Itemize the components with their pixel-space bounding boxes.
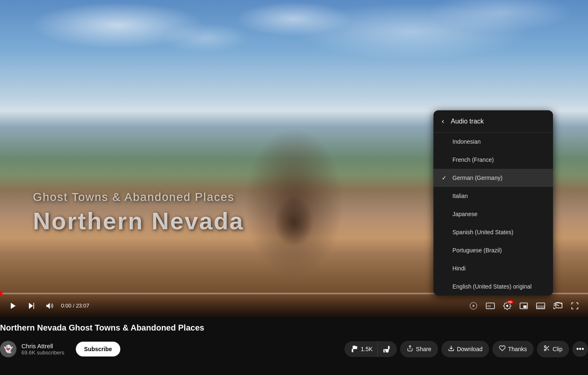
cast-button[interactable] xyxy=(551,300,565,312)
svg-rect-2 xyxy=(33,303,34,309)
time-display: 0:00 / 23:07 xyxy=(61,303,89,309)
volume-button[interactable] xyxy=(43,299,56,312)
audio-track-item-french[interactable]: French (France) xyxy=(433,151,553,169)
share-label: Share xyxy=(416,346,431,352)
svg-line-19 xyxy=(546,347,547,348)
check-icon: ✓ xyxy=(442,175,448,181)
next-button[interactable] xyxy=(25,299,38,312)
channel-name: Chris Attrell xyxy=(21,342,64,349)
svg-point-15 xyxy=(544,346,546,347)
clip-label: Clip xyxy=(553,346,562,352)
audio-track-item-indonesian[interactable]: Indonesian xyxy=(433,133,553,151)
dislike-button[interactable] xyxy=(378,341,397,357)
download-button[interactable]: Download xyxy=(441,341,489,357)
share-button[interactable]: Share xyxy=(400,341,438,357)
autoplay-button[interactable] xyxy=(467,299,480,312)
audio-track-item-japanese[interactable]: Japanese xyxy=(433,205,553,223)
thanks-icon xyxy=(499,345,506,353)
channel-row: 👻 Chris Attrell 69.6K subscribers Subscr… xyxy=(0,338,588,361)
svg-point-16 xyxy=(544,349,546,351)
audio-track-panel: ‹ Audio track IndonesianFrench (France)✓… xyxy=(433,110,553,296)
channel-left: 👻 Chris Attrell 69.6K subscribers Subscr… xyxy=(0,341,120,357)
theater-button[interactable] xyxy=(534,300,548,312)
page-container: Ghost Towns & Abandoned Places Northern … xyxy=(0,0,588,364)
page-title: Northern Nevada Ghost Towns & Abandoned … xyxy=(0,322,588,333)
fullscreen-button[interactable] xyxy=(568,299,581,312)
svg-marker-0 xyxy=(11,303,16,309)
more-icon: ••• xyxy=(576,345,584,354)
video-player[interactable]: Ghost Towns & Abandoned Places Northern … xyxy=(0,0,588,317)
channel-info: Chris Attrell 69.6K subscribers xyxy=(21,342,64,356)
svg-rect-9 xyxy=(523,305,527,308)
audio-track-label: English (United States) original xyxy=(452,283,532,290)
settings-button[interactable]: HD xyxy=(501,299,514,312)
like-button[interactable]: 1.5K xyxy=(344,341,378,357)
svg-text:CC: CC xyxy=(487,305,491,307)
action-buttons: 1.5K xyxy=(344,341,588,357)
subtitles-button[interactable]: CC xyxy=(483,300,497,312)
avatar[interactable]: 👻 xyxy=(0,341,16,357)
thanks-label: Thanks xyxy=(508,346,527,352)
audio-track-label: German (Germany) xyxy=(452,175,502,181)
audio-track-label: Spanish (United States) xyxy=(452,229,513,235)
share-icon xyxy=(407,345,413,353)
audio-track-label: Indonesian xyxy=(452,138,481,145)
like-count: 1.5K xyxy=(361,346,373,352)
audio-track-item-portuguese_br[interactable]: Portuguese (Brazil) xyxy=(433,241,553,259)
audio-track-label: Italian xyxy=(452,193,468,199)
svg-rect-11 xyxy=(536,305,545,309)
audio-track-label: Japanese xyxy=(452,211,478,217)
download-label: Download xyxy=(457,346,483,352)
svg-marker-1 xyxy=(29,303,33,309)
subscribe-button[interactable]: Subscribe xyxy=(76,342,120,356)
audio-track-back-button[interactable]: ‹ Audio track xyxy=(433,110,553,133)
audio-track-list: IndonesianFrench (France)✓German (German… xyxy=(433,133,553,296)
miniplayer-button[interactable] xyxy=(517,300,530,312)
video-title-bar: Northern Nevada Ghost Towns & Abandoned … xyxy=(0,322,588,338)
right-controls: CC HD xyxy=(467,299,581,312)
audio-track-item-english_us[interactable]: English (United States) original xyxy=(433,277,553,296)
download-icon xyxy=(448,345,454,353)
audio-track-item-hindi[interactable]: Hindi xyxy=(433,259,553,277)
video-info-section: Northern Nevada Ghost Towns & Abandoned … xyxy=(0,317,588,364)
clip-icon xyxy=(543,345,550,353)
audio-track-item-italian[interactable]: Italian xyxy=(433,187,553,205)
back-arrow-icon: ‹ xyxy=(442,117,444,126)
audio-track-label: French (France) xyxy=(452,156,494,163)
clip-button[interactable]: Clip xyxy=(537,341,569,357)
audio-track-title: Audio track xyxy=(451,118,484,125)
svg-line-18 xyxy=(548,349,549,351)
more-button[interactable]: ••• xyxy=(572,341,588,357)
svg-marker-5 xyxy=(473,304,475,307)
svg-marker-3 xyxy=(47,303,50,309)
like-dislike-group: 1.5K xyxy=(344,341,397,357)
audio-track-label: Portuguese (Brazil) xyxy=(452,247,502,254)
audio-track-item-german[interactable]: ✓German (Germany) xyxy=(433,169,553,187)
channel-subscribers: 69.6K subscribers xyxy=(21,349,64,356)
controls-bar: 0:00 / 23:07 CC xyxy=(0,294,588,317)
audio-track-item-spanish_us[interactable]: Spanish (United States) xyxy=(433,223,553,241)
audio-track-label: Hindi xyxy=(452,265,466,272)
play-button[interactable] xyxy=(7,299,20,312)
thanks-button[interactable]: Thanks xyxy=(492,341,534,357)
hd-badge: HD xyxy=(507,300,513,304)
